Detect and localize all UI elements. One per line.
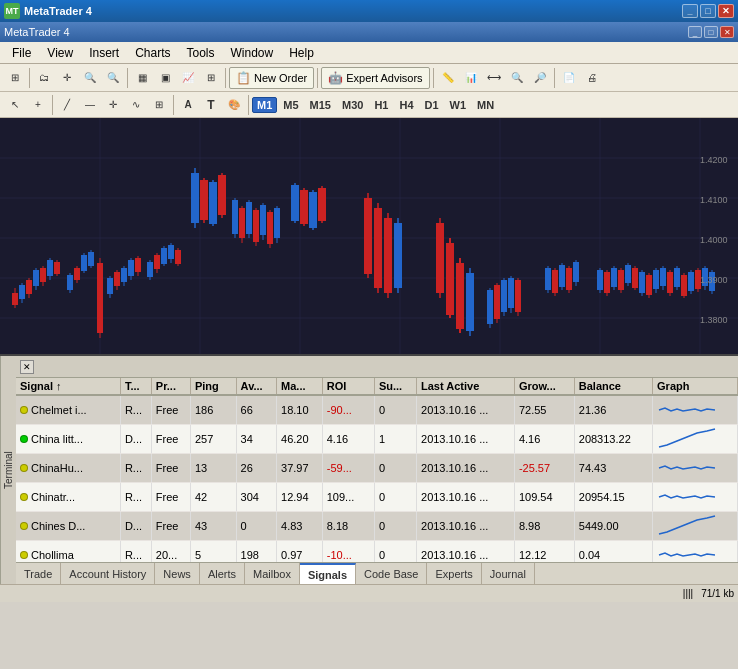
menu-tools[interactable]: Tools xyxy=(179,44,223,62)
table-row[interactable]: Chines D... D... Free 43 0 4.83 8.18 0 2… xyxy=(16,512,738,541)
tab-trade[interactable]: Trade xyxy=(16,563,61,584)
tf-m30[interactable]: M30 xyxy=(337,97,368,113)
chart-line-btn[interactable]: 📈 xyxy=(177,67,199,89)
arrow-tool[interactable]: ↖ xyxy=(4,94,26,116)
svg-rect-82 xyxy=(300,190,308,224)
tf-h4[interactable]: H4 xyxy=(394,97,418,113)
signal-name: Chines D... xyxy=(31,520,85,532)
zoom-out-btn[interactable]: 🔍 xyxy=(102,67,124,89)
table-row[interactable]: ChinaHu... R... Free 13 26 37.97 -59... … xyxy=(16,454,738,483)
period-sep-btn[interactable]: 📊 xyxy=(460,67,482,89)
cell-av: 0 xyxy=(236,512,276,541)
tab-account-history[interactable]: Account History xyxy=(61,563,155,584)
tab-alerts[interactable]: Alerts xyxy=(200,563,245,584)
label-tool[interactable]: T xyxy=(200,94,222,116)
col-header-type[interactable]: T... xyxy=(120,378,151,395)
chart-more-btn[interactable]: ⊞ xyxy=(200,67,222,89)
svg-rect-66 xyxy=(232,200,238,234)
tf-mn[interactable]: MN xyxy=(472,97,499,113)
status-bar: |||| 71/1 kb xyxy=(0,584,738,602)
tab-news[interactable]: News xyxy=(155,563,200,584)
menu-file[interactable]: File xyxy=(4,44,39,62)
maximize-button[interactable]: □ xyxy=(700,4,716,18)
menu-insert[interactable]: Insert xyxy=(81,44,127,62)
col-header-price[interactable]: Pr... xyxy=(151,378,190,395)
text-tool[interactable]: A xyxy=(177,94,199,116)
chart-shift-btn[interactable]: ⟷ xyxy=(483,67,505,89)
col-header-graph[interactable]: Graph xyxy=(653,378,738,395)
tab-signals[interactable]: Signals xyxy=(300,563,356,584)
cell-signal: Chinatr... xyxy=(16,483,120,512)
wave-tool[interactable]: ∿ xyxy=(125,94,147,116)
new-order-btn[interactable]: 📋 New Order xyxy=(229,67,314,89)
tf-m1[interactable]: M1 xyxy=(252,97,277,113)
crosshair-tool[interactable]: + xyxy=(27,94,49,116)
svg-rect-142 xyxy=(660,268,666,286)
chart-bar-btn[interactable]: ▦ xyxy=(131,67,153,89)
minimize-button[interactable]: _ xyxy=(682,4,698,18)
chart-area[interactable]: 1.4200 1.4100 1.4000 1.3900 1.3800 xyxy=(0,118,738,356)
signal-dot xyxy=(20,522,28,530)
col-header-av[interactable]: Av... xyxy=(236,378,276,395)
line-studies-btn[interactable]: 📏 xyxy=(437,67,459,89)
col-header-signal[interactable]: Signal ↑ xyxy=(16,378,120,395)
inner-minimize-button[interactable]: _ xyxy=(688,26,702,38)
grid-tool[interactable]: ⊞ xyxy=(148,94,170,116)
col-header-grow[interactable]: Grow... xyxy=(514,378,574,395)
template-btn[interactable]: 📄 xyxy=(558,67,580,89)
menu-charts[interactable]: Charts xyxy=(127,44,178,62)
crosshair-btn[interactable]: ✛ xyxy=(56,67,78,89)
expert-advisors-btn[interactable]: 🤖 Expert Advisors xyxy=(321,67,429,89)
tf-m5[interactable]: M5 xyxy=(278,97,303,113)
table-row[interactable]: Chinatr... R... Free 42 304 12.94 109...… xyxy=(16,483,738,512)
color-tool[interactable]: 🎨 xyxy=(223,94,245,116)
svg-rect-48 xyxy=(147,262,153,277)
tab-codebase[interactable]: Code Base xyxy=(356,563,427,584)
hline-tool[interactable]: — xyxy=(79,94,101,116)
close-button[interactable]: ✕ xyxy=(718,4,734,18)
menu-window[interactable]: Window xyxy=(223,44,282,62)
svg-rect-46 xyxy=(135,258,141,272)
tab-experts[interactable]: Experts xyxy=(427,563,481,584)
svg-rect-104 xyxy=(487,290,493,324)
tf-m15[interactable]: M15 xyxy=(305,97,336,113)
menu-view[interactable]: View xyxy=(39,44,81,62)
close-panel-btn[interactable]: ✕ xyxy=(20,360,34,374)
col-header-su[interactable]: Su... xyxy=(374,378,416,395)
col-header-ping[interactable]: Ping xyxy=(190,378,236,395)
cell-ping: 5 xyxy=(190,541,236,563)
cell-price: 20... xyxy=(151,541,190,563)
inner-restore-button[interactable]: □ xyxy=(704,26,718,38)
zoom-chart-btn[interactable]: 🔍 xyxy=(506,67,528,89)
inner-title-buttons: _ □ ✕ xyxy=(688,26,734,38)
svg-rect-84 xyxy=(309,192,317,228)
col-header-last-active[interactable]: Last Active xyxy=(417,378,515,395)
table-container[interactable]: Signal ↑ T... Pr... Ping Av... Ma... ROI… xyxy=(16,378,738,562)
svg-rect-54 xyxy=(168,245,174,259)
col-header-balance[interactable]: Balance xyxy=(574,378,652,395)
new-chart-btn[interactable]: ⊞ xyxy=(4,67,26,89)
inner-close-button[interactable]: ✕ xyxy=(720,26,734,38)
col-header-ma[interactable]: Ma... xyxy=(277,378,323,395)
line-tool[interactable]: ╱ xyxy=(56,94,78,116)
col-header-roi[interactable]: ROI xyxy=(322,378,374,395)
tf-w1[interactable]: W1 xyxy=(445,97,472,113)
menu-help[interactable]: Help xyxy=(281,44,322,62)
tf-h1[interactable]: H1 xyxy=(369,97,393,113)
zoom-in-btn[interactable]: 🔍 xyxy=(79,67,101,89)
zoom-chart2-btn[interactable]: 🔎 xyxy=(529,67,551,89)
table-row[interactable]: Chelmet i... R... Free 186 66 18.10 -90.… xyxy=(16,395,738,425)
cell-signal: Chines D... xyxy=(16,512,120,541)
tf-d1[interactable]: D1 xyxy=(420,97,444,113)
chart-candle-btn[interactable]: ▣ xyxy=(154,67,176,89)
profiles-btn[interactable]: 🗂 xyxy=(33,67,55,89)
tab-journal[interactable]: Journal xyxy=(482,563,535,584)
print-btn[interactable]: 🖨 xyxy=(581,67,603,89)
tab-mailbox[interactable]: Mailbox xyxy=(245,563,300,584)
sep3 xyxy=(225,68,226,88)
terminal-label[interactable]: Terminal xyxy=(0,356,16,584)
crosshair2-tool[interactable]: ✛ xyxy=(102,94,124,116)
signal-name: China litt... xyxy=(31,433,83,445)
table-row[interactable]: Chollima R... 20... 5 198 0.97 -10... 0 … xyxy=(16,541,738,563)
table-row[interactable]: China litt... D... Free 257 34 46.20 4.1… xyxy=(16,425,738,454)
